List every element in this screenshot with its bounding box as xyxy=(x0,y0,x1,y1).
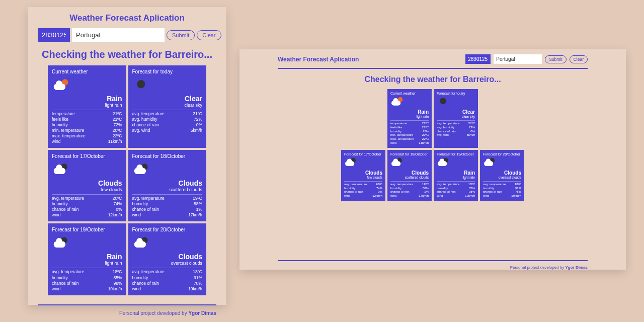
metric-row: avg. temperature18ºC xyxy=(132,269,203,275)
condition-desc: scattered clouds xyxy=(390,176,429,179)
submit-button[interactable]: Submit xyxy=(167,30,195,40)
condition-desc: few clouds xyxy=(344,176,382,179)
condition-desc: clear sky xyxy=(437,115,475,118)
condition: Clouds xyxy=(52,179,122,187)
metric-value: 0% xyxy=(378,190,382,194)
moon-icon xyxy=(438,97,450,104)
metric-row: wind12km/h xyxy=(344,194,382,198)
metric-value: 19ºC xyxy=(422,183,429,187)
metric-value: 17km/h xyxy=(419,194,429,198)
country-input[interactable] xyxy=(494,54,542,64)
metric-row: feels like21ºC xyxy=(390,126,429,130)
metric-row: chance of rain98% xyxy=(52,281,122,286)
card-today: Forecast for todayClearclear skyavg. tem… xyxy=(128,65,207,148)
metric-row: chance of rain78% xyxy=(483,190,521,194)
card-rule xyxy=(132,194,203,195)
metric-row: wind11km/h xyxy=(52,139,122,144)
clear-button[interactable]: Clear xyxy=(197,30,221,40)
moon-cloud-icon xyxy=(438,158,450,165)
zip-input[interactable] xyxy=(465,54,491,64)
metric-row: avg. temperature21ºC xyxy=(132,111,203,117)
card-rule xyxy=(437,181,475,182)
metric-label: wind xyxy=(483,194,489,198)
metric-value: 74% xyxy=(376,187,382,191)
metric-value: 91% xyxy=(194,275,202,281)
metric-row: wind19km/h xyxy=(483,194,521,198)
metric-label: humidity xyxy=(437,187,448,191)
submit-button[interactable]: Submit xyxy=(545,55,566,63)
metric-label: humidity xyxy=(344,187,355,191)
zip-input[interactable] xyxy=(38,28,70,42)
metric-label: humidity xyxy=(132,275,148,281)
card-day-0: Forecast for 17/OctoberCloudsfew cloudsa… xyxy=(48,150,126,221)
metric-value: 21ºC xyxy=(422,122,429,126)
metric-label: avg. temperature xyxy=(483,183,506,187)
card-rule xyxy=(390,120,429,121)
condition: Rain xyxy=(390,109,429,115)
card-rule xyxy=(52,194,122,195)
metric-row: humidity74% xyxy=(52,201,122,207)
country-input[interactable] xyxy=(72,28,165,42)
metric-value: 72% xyxy=(423,130,429,134)
metric-label: avg. temperature xyxy=(390,183,413,187)
metric-label: avg. temperature xyxy=(52,269,84,275)
metric-value: 18ºC xyxy=(515,183,521,187)
metric-value: 18ºC xyxy=(468,183,475,187)
metric-row: chance of rain0% xyxy=(437,130,475,134)
metric-label: wind xyxy=(437,194,443,198)
footer-author: Ygor Dimas xyxy=(566,265,588,270)
clear-button[interactable]: Clear xyxy=(570,55,588,63)
card-rule xyxy=(344,181,382,182)
metric-value: 20ºC xyxy=(113,196,122,201)
condition: Rain xyxy=(52,253,122,261)
metric-label: avg. temperature xyxy=(344,183,367,187)
metric-value: 19km/h xyxy=(108,286,122,292)
metric-row: min. temperature20ºC xyxy=(390,133,429,137)
metric-value: 78% xyxy=(515,190,521,194)
metric-label: wind xyxy=(52,212,60,218)
condition-desc: overcast clouds xyxy=(132,261,203,266)
metric-value: 12km/h xyxy=(108,212,122,218)
metric-label: avg. temperature xyxy=(52,196,84,201)
card-rule xyxy=(52,268,122,268)
card-day-0: Forecast for 17/OctoberCloudsfew cloudsa… xyxy=(341,150,385,201)
card-today: Forecast for todayClearclear skyavg. tem… xyxy=(434,89,478,148)
metric-label: chance of rain xyxy=(390,190,410,194)
condition-desc: clear sky xyxy=(132,103,203,108)
metric-label: wind xyxy=(52,139,60,144)
footer: Personal project developed by Ygor Dimas xyxy=(28,308,226,316)
metric-row: chance of rain0% xyxy=(344,190,382,194)
metric-label: temperature xyxy=(390,122,407,126)
metric-value: 19km/h xyxy=(188,286,202,292)
metric-row: humidity85% xyxy=(437,187,475,191)
metric-label: feels like xyxy=(390,126,402,130)
metric-label: chance of rain xyxy=(132,122,159,128)
card-day-1: Forecast for 18/OctoberCloudsscattered c… xyxy=(387,150,432,201)
metric-row: wind19km/h xyxy=(52,286,122,292)
card-day-3: Forecast for 20/OctoberCloudsovercast cl… xyxy=(128,223,207,295)
metric-row: avg. humidity72% xyxy=(132,117,203,122)
metric-row: humidity88% xyxy=(390,187,429,191)
metric-label: chance of rain xyxy=(483,190,502,194)
wide-viewport: Weather Forecast Aplication Submit Clear… xyxy=(239,49,626,270)
metric-value: 0% xyxy=(196,122,202,128)
metric-label: humidity xyxy=(132,201,148,207)
metric-label: wind xyxy=(390,194,396,198)
metric-label: max. temperature xyxy=(52,133,86,139)
metric-row: chance of rain0% xyxy=(52,207,122,212)
condition: Rain xyxy=(52,95,122,103)
metric-label: humidity xyxy=(390,187,401,191)
metric-value: 72% xyxy=(469,126,475,130)
metric-row: avg. wind5km/h xyxy=(437,133,475,137)
metric-label: chance of rain xyxy=(344,190,363,194)
checking-heading: Checking the weather for Barreiro... xyxy=(28,49,226,60)
metric-value: 88% xyxy=(423,187,429,191)
card-day-1: Forecast for 18/OctoberCloudsscattered c… xyxy=(128,150,207,221)
metric-value: 21ºC xyxy=(113,111,122,117)
metric-label: humidity xyxy=(52,122,68,128)
metric-value: 98% xyxy=(469,190,475,194)
metric-value: 19ºC xyxy=(193,196,202,201)
card-rule xyxy=(132,268,203,268)
cards-row2: Forecast for 17/OctoberCloudsfew cloudsa… xyxy=(239,150,626,201)
moon-cloud-icon xyxy=(54,164,69,176)
